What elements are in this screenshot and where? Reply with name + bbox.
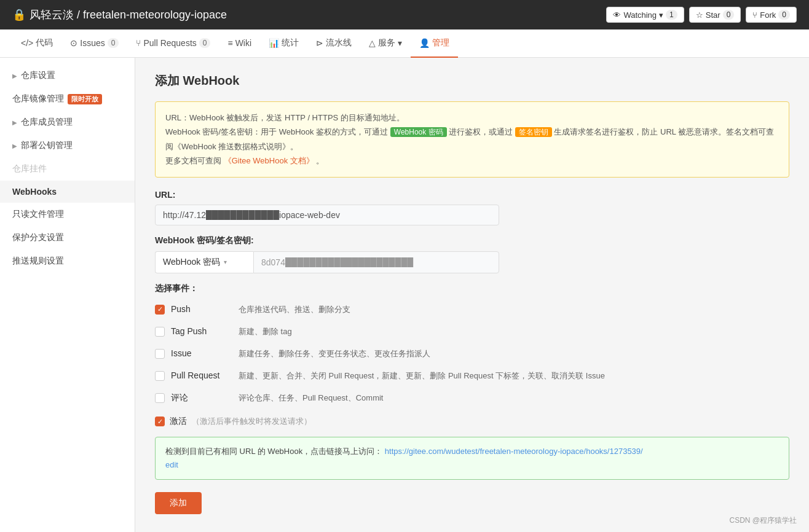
info-line2: WebHook 密码/签名密钥：用于 WebHook 鉴权的方式，可通过 Web… <box>165 125 779 154</box>
info-line2-prefix: WebHook 密码/签名密钥：用于 WebHook 鉴权的方式，可通过 <box>165 127 388 136</box>
page-title: 添加 WebHook <box>155 72 789 89</box>
url-label: URL: <box>155 190 789 200</box>
issues-badge: 0 <box>108 38 119 48</box>
tab-wiki-label: Wiki <box>235 38 251 48</box>
events-form-group: 选择事件： Push 仓库推送代码、推送、删除分支 Tag Push 新建、删除… <box>155 283 789 406</box>
comment-event-desc: 评论仓库、任务、Pull Request、Commit <box>239 393 384 404</box>
tab-pipeline-label: 流水线 <box>326 37 352 49</box>
push-checkbox[interactable] <box>155 305 165 315</box>
star-count: 0 <box>723 10 735 20</box>
active-checkbox[interactable] <box>155 417 165 426</box>
sidebar-label-push-rules: 推送规则设置 <box>12 256 64 267</box>
url-input[interactable] <box>155 205 499 225</box>
sidebar-item-mirror-manage[interactable]: 仓库镜像管理 限时开放 <box>0 87 135 111</box>
sidebar-item-member-manage[interactable]: ▶ 仓库成员管理 <box>0 111 135 134</box>
arrow-icon-deploy: ▶ <box>12 143 17 149</box>
sidebar-item-readonly-files[interactable]: 只读文件管理 <box>0 203 135 226</box>
tab-issues[interactable]: ⊙ Issues 0 <box>61 29 127 58</box>
watching-count: 1 <box>666 10 677 20</box>
pulls-icon: ⑂ <box>136 38 141 48</box>
code-icon: </> <box>21 38 33 48</box>
tab-pulls-label: Pull Requests <box>143 38 196 48</box>
star-label: Star <box>706 10 720 20</box>
sidebar-label-hooks-redirect: 仓库挂件 <box>12 163 47 174</box>
select-arrow-icon: ▾ <box>224 259 227 265</box>
fork-button[interactable]: ⑂ Fork 0 <box>746 7 797 23</box>
password-form-group: WebHook 密码/签名密钥: WebHook 密码 ▾ <box>155 235 789 273</box>
tab-pulls[interactable]: ⑂ Pull Requests 0 <box>127 29 219 58</box>
tag-push-checkbox[interactable] <box>155 327 165 337</box>
tab-manage-label: 管理 <box>432 37 449 49</box>
info-line3-suffix: 。 <box>316 156 324 165</box>
add-button[interactable]: 添加 <box>155 492 202 514</box>
issue-event-desc: 新建任务、删除任务、变更任务状态、更改任务指派人 <box>239 348 430 359</box>
tab-services-label: 服务 <box>378 37 395 49</box>
sidebar-item-webhooks[interactable]: WebHooks <box>0 181 135 203</box>
sidebar: ▶ 仓库设置 仓库镜像管理 限时开放 ▶ 仓库成员管理 ▶ 部署公钥管理 仓库挂… <box>0 58 135 532</box>
stats-icon: 📊 <box>269 38 279 48</box>
tab-services[interactable]: △ 服务 ▾ <box>360 29 411 58</box>
fork-label: Fork <box>760 10 776 20</box>
sidebar-label-readonly-files: 只读文件管理 <box>12 209 64 220</box>
event-row-comment: 评论 评论仓库、任务、Pull Request、Commit <box>155 390 789 406</box>
watching-button[interactable]: 👁 Watching ▾ 1 <box>606 7 684 23</box>
sidebar-item-hooks-redirect: 仓库挂件 <box>0 157 135 181</box>
nav-tabs: </> 代码 ⊙ Issues 0 ⑂ Pull Requests 0 ≡ Wi… <box>0 29 809 58</box>
pull-request-event-name: Pull Request <box>171 370 232 380</box>
fork-count: 0 <box>778 10 790 20</box>
active-note: （激活后事件触发时将发送请求） <box>192 416 312 427</box>
comment-checkbox[interactable] <box>155 393 165 403</box>
sidebar-item-deploy-key[interactable]: ▶ 部署公钥管理 <box>0 134 135 157</box>
main-layout: ▶ 仓库设置 仓库镜像管理 限时开放 ▶ 仓库成员管理 ▶ 部署公钥管理 仓库挂… <box>0 58 809 532</box>
tag-push-event-name: Tag Push <box>171 326 232 336</box>
tab-manage[interactable]: 👤 管理 <box>411 29 458 58</box>
arrow-icon-member: ▶ <box>12 119 17 126</box>
pull-request-checkbox[interactable] <box>155 371 165 381</box>
tab-stats[interactable]: 📊 统计 <box>260 29 307 58</box>
tab-wiki[interactable]: ≡ Wiki <box>219 29 260 58</box>
tab-stats-label: 统计 <box>282 37 299 49</box>
sidebar-label-member-manage: 仓库成员管理 <box>21 117 73 128</box>
repo-title: 🔒 风轻云淡 / freetalen-meteorology-iopace <box>12 7 227 22</box>
top-header: 🔒 风轻云淡 / freetalen-meteorology-iopace 👁 … <box>0 0 809 29</box>
mirror-badge: 限时开放 <box>68 94 102 104</box>
watching-dropdown-icon: ▾ <box>659 10 663 20</box>
webhook-row: WebHook 密码 ▾ <box>155 251 499 273</box>
sidebar-item-push-rules[interactable]: 推送规则设置 <box>0 249 135 273</box>
repo-name-text: 风轻云淡 / freetalen-meteorology-iopace <box>30 7 227 22</box>
tab-pipeline[interactable]: ⊳ 流水线 <box>307 29 360 58</box>
issue-checkbox[interactable] <box>155 349 165 359</box>
webhook-password-input[interactable] <box>253 251 499 273</box>
push-event-name: Push <box>171 304 232 314</box>
tag-push-event-desc: 新建、删除 tag <box>239 326 292 337</box>
event-row-tag-push: Tag Push 新建、删除 tag <box>155 324 789 340</box>
webhook-type-select[interactable]: WebHook 密码 ▾ <box>155 251 253 273</box>
comment-event-name: 评论 <box>171 393 232 404</box>
password-label: WebHook 密码/签名密钥: <box>155 235 789 246</box>
info-badge-webhook-password: WebHook 密码 <box>390 127 447 137</box>
pulls-badge: 0 <box>199 38 211 48</box>
issues-icon: ⊙ <box>70 38 77 48</box>
event-row-pull-request: Pull Request 新建、更新、合并、关闭 Pull Request，新建… <box>155 368 789 384</box>
info-line1-text: URL：WebHook 被触发后，发送 HTTP / HTTPS 的目标通知地址… <box>165 113 405 122</box>
events-title: 选择事件： <box>155 283 789 294</box>
eye-icon: 👁 <box>613 10 621 20</box>
star-button[interactable]: ☆ Star 0 <box>689 7 741 23</box>
info-line3-prefix: 更多文档可查阅 <box>165 156 221 165</box>
pull-request-event-desc: 新建、更新、合并、关闭 Pull Request，新建、更新、删除 Pull R… <box>239 370 605 381</box>
sidebar-label-webhooks: WebHooks <box>12 187 57 197</box>
webhook-type-label: WebHook 密码 <box>163 257 220 268</box>
url-form-group: URL: <box>155 190 789 225</box>
sidebar-item-protect-branch[interactable]: 保护分支设置 <box>0 226 135 249</box>
info-line1: URL：WebHook 被触发后，发送 HTTP / HTTPS 的目标通知地址… <box>165 111 779 125</box>
pipeline-icon: ⊳ <box>316 38 323 48</box>
footer-note: CSDN @程序猿学社 <box>729 515 797 526</box>
info-docs-link[interactable]: 《Gitee WebHook 文档》 <box>224 156 314 165</box>
issue-event-name: Issue <box>171 348 232 358</box>
sidebar-item-repo-settings[interactable]: ▶ 仓库设置 <box>0 64 135 87</box>
fork-icon: ⑂ <box>752 10 757 20</box>
active-label: 激活 <box>170 416 187 427</box>
tab-code[interactable]: </> 代码 <box>12 29 61 58</box>
sidebar-label-protect-branch: 保护分支设置 <box>12 232 64 243</box>
info-line3: 更多文档可查阅 《Gitee WebHook 文档》 。 <box>165 154 779 168</box>
